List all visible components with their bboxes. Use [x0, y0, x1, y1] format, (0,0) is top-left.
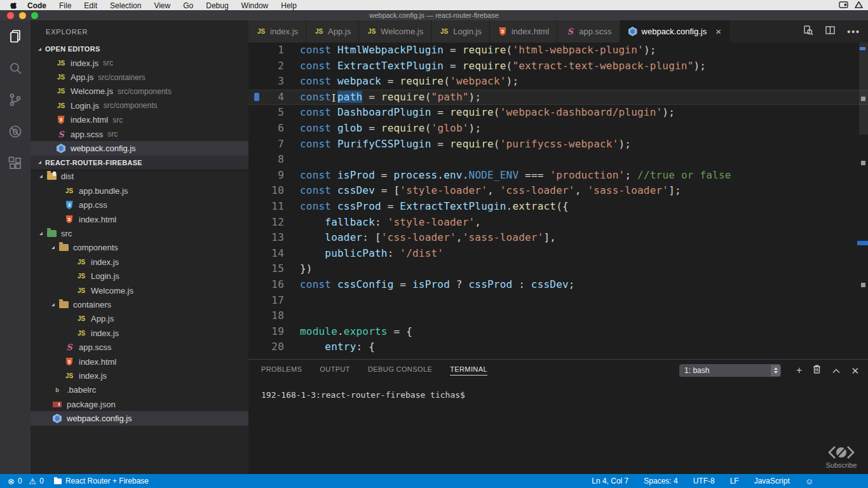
zoom-window-button[interactable]	[31, 12, 38, 19]
code-line-19[interactable]: 19module.exports = {	[248, 324, 868, 340]
menu-item-view[interactable]: View	[147, 1, 177, 10]
line-number[interactable]: 3	[248, 74, 284, 90]
menu-item-file[interactable]: File	[53, 1, 78, 10]
status-item[interactable]: UTF-8	[693, 477, 715, 485]
close-window-button[interactable]	[7, 12, 14, 19]
panel-tab-debug-console[interactable]: DEBUG CONSOLE	[368, 365, 432, 376]
menu-item-edit[interactable]: Edit	[78, 1, 104, 10]
workspace-section-header[interactable]: REACT-ROUTER-FIREBASE	[31, 156, 248, 170]
tree-item[interactable]: 5index.html	[31, 212, 248, 226]
line-number[interactable]: 2	[248, 58, 284, 74]
activity-search-icon[interactable]	[7, 60, 24, 76]
code-line-3[interactable]: 3const webpack = require('webpack');	[248, 74, 868, 90]
open-editor-item[interactable]: webpack.config.js	[31, 141, 248, 155]
code-line-7[interactable]: 7const PurifyCSSPlugin = require('purify…	[248, 137, 868, 152]
line-number[interactable]: 19	[248, 324, 284, 340]
line-number[interactable]: 16	[248, 277, 284, 293]
line-number[interactable]: 6	[248, 121, 284, 137]
status-item[interactable]: Ln 4, Col 7	[592, 477, 628, 485]
activity-debug-icon[interactable]	[7, 123, 24, 140]
open-editor-item[interactable]: JSLogin.jssrc/components	[31, 98, 248, 112]
tree-item[interactable]: Sapp.scss	[31, 340, 248, 354]
tree-item[interactable]: webpack.config.js	[31, 411, 248, 425]
line-number[interactable]: 5	[248, 105, 284, 121]
line-number[interactable]: 13	[248, 230, 284, 246]
drive-icon[interactable]	[855, 0, 863, 11]
tree-item[interactable]: JSWelcome.js	[31, 283, 248, 297]
menu-item-window[interactable]: Window	[235, 1, 275, 10]
code-line-10[interactable]: 10const cssDev = ['style-loader', 'css-l…	[248, 183, 868, 199]
menu-item-selection[interactable]: Selection	[104, 1, 147, 10]
line-number[interactable]: 15	[248, 261, 284, 277]
code-line-5[interactable]: 5const DashboardPlugin = require('webpac…	[248, 105, 868, 121]
code-line-9[interactable]: 9const isProd = process.env.NODE_ENV ===…	[248, 168, 868, 184]
menu-item-help[interactable]: Help	[275, 1, 303, 10]
line-number[interactable]: 1	[248, 43, 284, 58]
menu-item-debug[interactable]: Debug	[200, 1, 234, 10]
code-line-12[interactable]: 12 fallback: 'style-loader',	[248, 215, 868, 231]
tree-item[interactable]: package.json	[31, 397, 248, 411]
open-editor-item[interactable]: JSindex.jssrc	[31, 56, 248, 70]
activity-source-control-icon[interactable]	[7, 92, 24, 108]
title-bar[interactable]: webpack.config.js — react-router-firebas…	[0, 10, 868, 20]
tree-item[interactable]: 3app.css	[31, 198, 248, 212]
activity-extensions-icon[interactable]	[7, 155, 24, 172]
code-line-15[interactable]: 15})	[248, 261, 868, 277]
split-editor-icon[interactable]	[825, 25, 836, 37]
tree-item[interactable]: JSindex.js	[31, 326, 248, 340]
close-tab-icon[interactable]: ×	[715, 27, 721, 36]
maximize-panel-icon[interactable]	[832, 365, 841, 376]
menu-item-code[interactable]: Code	[21, 1, 53, 10]
line-number[interactable]: 9	[248, 168, 284, 184]
tab-index.html[interactable]: 5index.html	[490, 20, 557, 43]
tree-item[interactable]: containers	[31, 297, 248, 311]
tab-App.js[interactable]: JSApp.js	[306, 20, 359, 43]
terminal-shell-select[interactable]: 1: bash	[679, 364, 781, 377]
activity-explorer-icon[interactable]	[7, 28, 24, 44]
tab-Welcome.js[interactable]: JSWelcome.js	[359, 20, 431, 43]
tree-item[interactable]: JSindex.js	[31, 255, 248, 269]
code-line-14[interactable]: 14 publicPath: '/dist'	[248, 246, 868, 262]
code-line-13[interactable]: 13 loader: ['css-loader','sass-loader'],	[248, 230, 868, 246]
tab-webpack.config.js[interactable]: webpack.config.js×	[620, 20, 729, 43]
open-editor-item[interactable]: Sapp.scsssrc	[31, 127, 248, 141]
more-actions-icon[interactable]: •••	[847, 29, 860, 35]
search-document-icon[interactable]	[803, 25, 813, 38]
new-terminal-icon[interactable]: +	[796, 365, 802, 376]
panel-tab-terminal[interactable]: TERMINAL	[450, 365, 487, 376]
code-line-8[interactable]: 8	[248, 152, 868, 168]
editor-scrollbar[interactable]	[859, 43, 868, 359]
status-item[interactable]: LF	[730, 477, 739, 485]
code-line-17[interactable]: 17	[248, 293, 868, 309]
menu-item-go[interactable]: Go	[177, 1, 200, 10]
problems-status[interactable]: ⊗ 0 ⚠ 0	[8, 477, 44, 485]
code-line-6[interactable]: 6const glob = require('glob');	[248, 121, 868, 137]
terminal-content[interactable]: 192-168-1-3:react-router-firebase tichas…	[248, 380, 868, 400]
status-item[interactable]: JavaScript	[754, 477, 790, 485]
open-editor-item[interactable]: JSApp.jssrc/containers	[31, 70, 248, 84]
open-editors-header[interactable]: OPEN EDITORS	[31, 42, 248, 56]
line-number[interactable]: 12	[248, 215, 284, 231]
open-editor-item[interactable]: 5index.htmlsrc	[31, 113, 248, 127]
line-number[interactable]: 8	[248, 152, 284, 168]
line-number[interactable]: 20	[248, 339, 284, 355]
feedback-smiley-icon[interactable]: ☺	[805, 477, 813, 485]
close-panel-icon[interactable]: ✕	[851, 366, 859, 376]
code-line-1[interactable]: 1const HtmlWebpackPlugin = require('html…	[248, 43, 868, 58]
screen-mirroring-icon[interactable]	[839, 0, 848, 11]
minimize-window-button[interactable]	[19, 12, 26, 19]
line-number[interactable]: 18	[248, 308, 284, 324]
tree-item[interactable]: JSapp.bundle.js	[31, 184, 248, 198]
panel-tab-problems[interactable]: PROBLEMS	[261, 365, 302, 376]
code-editor[interactable]: 1const HtmlWebpackPlugin = require('html…	[248, 43, 868, 359]
tree-item[interactable]: b.babelrc	[31, 383, 248, 397]
tab-Login.js[interactable]: JSLogin.js	[431, 20, 490, 43]
code-line-4[interactable]: 4const path = require("path");	[248, 90, 868, 105]
tree-item[interactable]: JSLogin.js	[31, 269, 248, 283]
open-editor-item[interactable]: JSWelcome.jssrc/components	[31, 85, 248, 98]
panel-tab-output[interactable]: OUTPUT	[320, 365, 350, 376]
code-line-2[interactable]: 2const ExtractTextPlugin = require("extr…	[248, 58, 868, 74]
status-item[interactable]: Spaces: 4	[644, 477, 677, 485]
code-line-18[interactable]: 18	[248, 308, 868, 324]
tab-app.scss[interactable]: Sapp.scss	[557, 20, 620, 43]
